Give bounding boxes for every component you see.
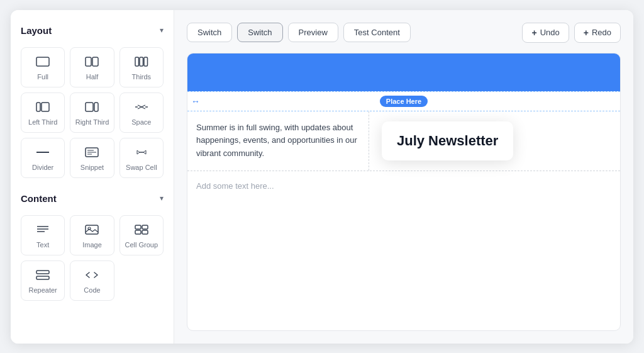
layout-item-left-third[interactable]: Left Third (21, 92, 65, 133)
layout-chevron-icon[interactable]: ▾ (160, 26, 164, 35)
cell-group-icon (134, 222, 149, 237)
left-third-icon (35, 99, 50, 115)
layout-item-left-third-label: Left Third (28, 118, 57, 126)
layout-item-right-third[interactable]: Right Third (70, 92, 114, 133)
content-item-cell-group[interactable]: Cell Group (119, 215, 164, 255)
drop-arrows-icon: ↔ (191, 96, 200, 106)
content-item-repeater-label: Repeater (29, 286, 57, 294)
svg-rect-9 (94, 103, 98, 111)
sidebar: Layout ▾ Full (11, 10, 174, 344)
svg-rect-28 (36, 276, 49, 279)
canvas-area: ↔ Place Here Summer is in full swing, wi… (187, 53, 621, 331)
svg-rect-26 (142, 230, 148, 234)
layout-item-divider[interactable]: Divider (21, 138, 65, 178)
left-column: Summer is in full swing, with updates ab… (187, 111, 369, 171)
layout-item-space-label: Space (131, 118, 151, 126)
layout-item-space[interactable]: Space (119, 92, 164, 133)
thirds-icon (134, 54, 149, 69)
svg-rect-27 (36, 271, 49, 274)
blue-header-bar (187, 53, 620, 91)
content-item-image-label: Image (82, 241, 102, 249)
divider-icon (35, 145, 50, 160)
content-item-text[interactable]: Text (21, 215, 65, 255)
svg-rect-2 (92, 57, 98, 66)
july-newsletter-title: July Newsletter (397, 133, 498, 149)
svg-rect-0 (36, 57, 49, 66)
svg-rect-21 (86, 225, 98, 234)
redo-plus-icon: + (584, 28, 589, 38)
svg-rect-4 (140, 57, 143, 66)
layout-section-title: Layout (21, 25, 52, 36)
content-item-code[interactable]: Code (70, 261, 114, 301)
layout-item-swap-cell-label: Swap Cell (126, 164, 157, 171)
layout-item-divider-label: Divider (32, 164, 53, 171)
right-third-icon (84, 99, 99, 115)
layout-item-thirds[interactable]: Thirds (119, 47, 164, 87)
svg-rect-6 (36, 103, 40, 111)
layout-item-swap-cell[interactable]: Swap Cell (119, 138, 164, 178)
app-container: Layout ▾ Full (11, 10, 633, 344)
preview-button[interactable]: Preview (288, 23, 338, 42)
content-row: Summer is in full swing, with updates ab… (187, 111, 620, 171)
content-section-title: Content (21, 193, 57, 204)
july-newsletter-popup: July Newsletter (382, 121, 513, 160)
image-icon (84, 222, 99, 237)
content-grid: Text Image (21, 215, 164, 301)
code-icon (84, 267, 99, 283)
full-icon (35, 54, 50, 69)
left-column-text: Summer is in full swing, with updates ab… (196, 121, 360, 160)
content-section-header: Content ▾ (21, 193, 164, 204)
space-icon (134, 99, 149, 115)
half-icon (84, 54, 99, 69)
switch1-button[interactable]: Switch (187, 23, 232, 42)
svg-rect-8 (86, 103, 93, 111)
redo-button[interactable]: + Redo (574, 23, 621, 43)
test-content-button[interactable]: Test Content (343, 23, 411, 42)
layout-item-half-label: Half (86, 73, 99, 81)
svg-rect-3 (135, 57, 139, 66)
layout-item-full-label: Full (37, 73, 48, 81)
content-item-code-label: Code (84, 286, 100, 294)
layout-item-snippet[interactable]: Snippet (70, 138, 114, 178)
undo-label: Undo (540, 28, 560, 37)
repeater-icon (35, 267, 50, 283)
layout-item-right-third-label: Right Third (75, 118, 109, 126)
svg-rect-23 (135, 225, 141, 229)
toolbar: Switch Switch Preview Test Content + Und… (187, 23, 621, 43)
add-text-placeholder: Add some text here... (196, 181, 274, 191)
svg-rect-25 (135, 230, 141, 234)
snippet-icon (84, 145, 99, 160)
content-item-repeater[interactable]: Repeater (21, 261, 65, 301)
content-item-text-label: Text (36, 241, 49, 249)
switch2-button[interactable]: Switch (237, 23, 282, 42)
svg-rect-24 (142, 225, 148, 229)
content-chevron-icon[interactable]: ▾ (160, 194, 164, 203)
place-here-badge: Place Here (380, 96, 428, 107)
layout-grid: Full Half (21, 47, 164, 178)
main-content: Switch Switch Preview Test Content + Und… (174, 10, 633, 344)
right-column: July Newsletter (369, 111, 620, 171)
content-item-cell-group-label: Cell Group (125, 241, 158, 249)
svg-rect-1 (86, 57, 91, 66)
add-text-row[interactable]: Add some text here... (187, 171, 620, 200)
layout-item-full[interactable]: Full (21, 47, 65, 87)
content-item-image[interactable]: Image (70, 215, 114, 255)
undo-button[interactable]: + Undo (522, 23, 569, 43)
undo-plus-icon: + (531, 28, 536, 38)
swap-cell-icon (134, 145, 149, 160)
svg-rect-5 (144, 57, 148, 66)
layout-item-thirds-label: Thirds (132, 73, 152, 81)
redo-label: Redo (592, 28, 611, 37)
layout-item-snippet-label: Snippet (80, 164, 104, 171)
layout-item-half[interactable]: Half (70, 47, 114, 87)
text-icon (35, 222, 50, 237)
svg-rect-7 (42, 103, 49, 111)
layout-section-header: Layout ▾ (21, 25, 164, 36)
place-here-row[interactable]: ↔ Place Here (187, 91, 620, 111)
